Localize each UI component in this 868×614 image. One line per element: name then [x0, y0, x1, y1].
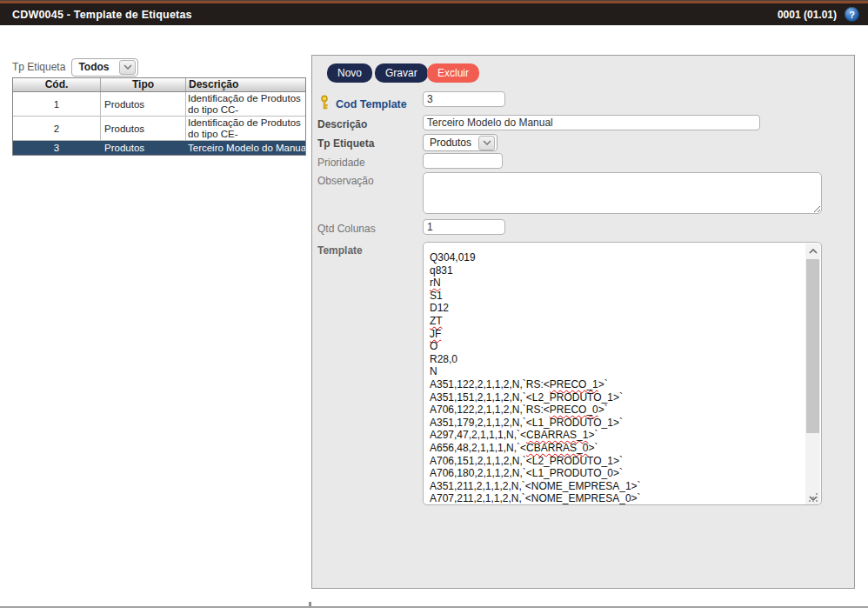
template-line: A351,211,2,1,1,2,N,`<NOME_EMPRESA_1>` — [430, 480, 805, 493]
qtd-colunas-input[interactable] — [423, 219, 505, 235]
excluir-button[interactable]: Excluir — [427, 63, 479, 83]
observacao-textarea[interactable] — [423, 172, 822, 214]
page-title: CDW0045 - Template de Etiquetas — [12, 9, 192, 21]
cod-template-label-row: Cod Template — [319, 95, 407, 113]
app-window: CDW0045 - Template de Etiquetas 0001 (01… — [0, 0, 868, 614]
template-line: rN — [430, 277, 805, 290]
template-line: A351,151,2,1,1,2,N,`<L2_PRODUTO_1>` — [430, 391, 805, 404]
grid-column-header[interactable]: Cód. — [13, 78, 101, 91]
resize-grip-icon[interactable] — [810, 494, 818, 502]
scroll-up-icon[interactable] — [805, 244, 820, 258]
template-line: O — [430, 340, 805, 353]
tp-etiqueta-label: Tp Etiqueta — [317, 137, 374, 150]
novo-button[interactable]: Novo — [327, 63, 372, 83]
template-textarea[interactable]: Q304,019q831rNS1D12ZTJFOR28,0NA351,122,2… — [423, 242, 822, 505]
table-cell[interactable]: Identificação de Produtos do tipo CC- — [186, 92, 305, 116]
detail-panel: Novo Gravar Excluir Cod Template Descriç… — [311, 55, 855, 589]
qtd-colunas-label: Qtd Colunas — [317, 223, 376, 235]
tp-etiqueta-select-value: Produtos — [424, 137, 478, 149]
table-cell[interactable]: Produtos — [101, 117, 186, 140]
template-line: S1 — [430, 290, 805, 303]
chevron-down-icon[interactable] — [478, 136, 495, 150]
help-icon[interactable]: ? — [845, 7, 859, 22]
bottom-splitter[interactable] — [0, 606, 868, 608]
grid-body: 1ProdutosIdentificação de Produtos do ti… — [13, 92, 305, 155]
cod-template-label: Cod Template — [336, 98, 407, 110]
template-line: A351,122,2,1,1,2,N,`RS:<PRECO_1>` — [430, 378, 805, 391]
templates-grid: Cód.TipoDescrição 1ProdutosIdentificação… — [12, 77, 306, 156]
template-line: ZT — [430, 315, 805, 328]
filter-select-value: Todos — [72, 61, 116, 73]
filter-label: Tp Etiqueta — [12, 61, 65, 73]
table-cell[interactable]: 1 — [13, 92, 101, 116]
observacao-label: Observação — [317, 175, 374, 187]
template-line: JF — [430, 328, 805, 341]
template-scrollbar[interactable] — [805, 244, 820, 505]
table-cell[interactable]: 2 — [13, 117, 101, 140]
template-line: A656,48,2,1,1,1,N,`<CBARRAS_0>` — [430, 442, 805, 455]
chevron-down-icon[interactable] — [119, 60, 136, 75]
table-row[interactable]: 2ProdutosIdentificação de Produtos do ti… — [13, 117, 305, 141]
template-line: Q304,019 — [430, 251, 805, 264]
tp-etiqueta-filter-select[interactable]: Todos — [71, 58, 138, 77]
prioridade-label: Prioridade — [317, 157, 365, 169]
template-line: A706,122,2,1,1,2,N,`RS:<PRECO_0>` — [430, 404, 805, 417]
template-line: A297,47,2,1,1,1,N,`<CBARRAS_1>` — [430, 429, 805, 442]
table-row[interactable]: 1ProdutosIdentificação de Produtos do ti… — [13, 92, 305, 117]
descricao-input[interactable] — [423, 115, 760, 130]
scrollbar-thumb[interactable] — [806, 259, 819, 433]
table-cell[interactable]: Terceiro Modelo do Manual — [186, 141, 305, 155]
template-line: R28,0 — [430, 353, 805, 366]
template-line: N — [430, 365, 805, 378]
key-icon — [319, 95, 330, 113]
title-bar-right: 0001 (01.01) ? — [778, 7, 859, 22]
table-row[interactable]: 3ProdutosTerceiro Modelo do Manual — [13, 141, 305, 155]
grid-column-header[interactable]: Tipo — [101, 78, 186, 91]
template-line: A351,179,2,1,1,2,N,`<L1_PRODUTO_1>` — [430, 417, 805, 430]
template-content[interactable]: Q304,019q831rNS1D12ZTJFOR28,0NA351,122,2… — [424, 243, 805, 504]
table-cell[interactable]: Produtos — [101, 141, 186, 155]
title-bar: CDW0045 - Template de Etiquetas 0001 (01… — [0, 3, 868, 25]
grid-column-header[interactable]: Descrição — [186, 78, 305, 91]
table-cell[interactable]: 3 — [13, 141, 101, 155]
template-label: Template — [317, 244, 363, 257]
gravar-button[interactable]: Gravar — [375, 63, 428, 83]
prioridade-input[interactable] — [423, 153, 503, 169]
template-line: A706,180,2,1,1,2,N,`<L1_PRODUTO_0>` — [430, 467, 805, 480]
template-line: q831 — [430, 264, 805, 277]
template-line: A707,211,2,1,1,2,N,`<NOME_EMPRESA_0>` — [430, 492, 805, 504]
table-cell[interactable]: Identificação de Produtos do tipo CE- — [186, 117, 305, 140]
program-version: 0001 (01.01) — [778, 9, 837, 21]
filter-row: Tp Etiqueta Todos — [12, 57, 138, 77]
descricao-label: Descrição — [317, 118, 367, 130]
grid-header: Cód.TipoDescrição — [13, 78, 305, 92]
template-line: A706,151,2,1,1,2,N,`<L2_PRODUTO_1>` — [430, 455, 805, 468]
tp-etiqueta-select[interactable]: Produtos — [423, 134, 497, 151]
cod-template-input[interactable] — [423, 91, 505, 107]
table-cell[interactable]: Produtos — [101, 92, 186, 116]
template-line: D12 — [430, 302, 805, 315]
